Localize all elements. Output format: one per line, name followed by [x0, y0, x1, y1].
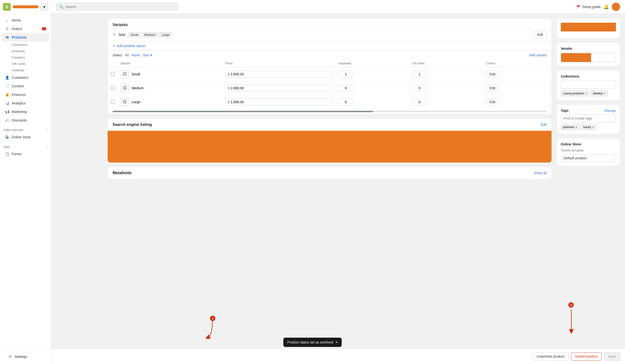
- sidebar-item-analytics[interactable]: 📊 Analytics: [1, 99, 50, 107]
- vendor-input[interactable]: [591, 54, 616, 61]
- sidebar-item-collections[interactable]: Collections: [9, 42, 50, 48]
- available-input[interactable]: [338, 99, 353, 105]
- add-variant-button[interactable]: Add variant: [529, 53, 547, 57]
- available-input[interactable]: [338, 85, 353, 91]
- delete-product-button[interactable]: Delete product: [571, 352, 602, 361]
- row-available-cell: [336, 81, 409, 95]
- sidebar-item-label: Customers: [12, 76, 28, 80]
- sidebar-item-label: Home: [12, 18, 21, 22]
- tag-luxury-remove[interactable]: ×: [592, 125, 594, 129]
- variants-card: Variants ⠿ Size Small Medium Large Edit …: [107, 19, 552, 114]
- collection-tag-luxury-remove[interactable]: ×: [585, 91, 587, 95]
- sidebar-item-settings[interactable]: ⚙ Settings: [4, 353, 47, 361]
- option-tag-large: Large: [159, 32, 172, 37]
- available-input[interactable]: [338, 71, 353, 78]
- avatar-button[interactable]: [612, 3, 620, 11]
- variant-checkbox[interactable]: [111, 86, 115, 90]
- select-none-button[interactable]: None: [132, 53, 140, 57]
- row-on-hand-cell: [409, 95, 483, 109]
- save-button[interactable]: Save: [604, 352, 620, 361]
- unarchive-product-button[interactable]: Unarchive product: [532, 352, 569, 361]
- select-controls: Select All None Size ▾: [113, 53, 152, 57]
- tag-luxury: luxury ×: [581, 124, 596, 130]
- store-selector-button[interactable]: [13, 5, 39, 8]
- variant-edit-button[interactable]: Edit: [486, 71, 499, 78]
- seo-edit-button[interactable]: Edit: [541, 123, 547, 127]
- add-option-button[interactable]: + Add another option: [108, 41, 552, 51]
- sidebar-item-finances[interactable]: 💰 Finances: [1, 90, 50, 99]
- collections-search-input[interactable]: [561, 81, 616, 88]
- variant-image: 🖼: [120, 70, 129, 79]
- setup-guide-button[interactable]: 🚩 Setup guide: [577, 5, 601, 9]
- tags-search-input[interactable]: [561, 114, 616, 122]
- sidebar-item-transfers[interactable]: Transfers: [9, 55, 50, 60]
- tags-title: Tags: [561, 109, 569, 112]
- row-variant-cell: 🖼 Medium: [117, 81, 223, 95]
- size-filter-dropdown[interactable]: Size ▾: [143, 53, 152, 57]
- price-input[interactable]: [230, 72, 249, 76]
- inventory-label: Inventory: [12, 49, 25, 53]
- sidebar-item-gift-cards[interactable]: Gift cards: [9, 61, 50, 67]
- option-tag-small: Small: [128, 32, 141, 37]
- variant-table-toolbar: Select All None Size ▾ Add variant: [108, 51, 552, 59]
- topbar: 🔍 🚩 Setup guide 🔔: [51, 0, 625, 14]
- sidebar-item-label: Products: [12, 35, 27, 39]
- on-hand-input[interactable]: [412, 85, 427, 91]
- online-store-title: Online Store: [561, 142, 616, 146]
- manage-tags-button[interactable]: Manage: [604, 109, 616, 112]
- on-hand-input[interactable]: [412, 99, 427, 105]
- sidebar-item-forms[interactable]: 📋 Forms: [1, 150, 50, 158]
- search-input[interactable]: [65, 5, 175, 9]
- sidebar-item-online-store[interactable]: 🏪 Online Store: [1, 133, 50, 141]
- tag-premium-remove[interactable]: ×: [575, 125, 577, 129]
- sidebar-item-marketing[interactable]: 📢 Marketing: [1, 108, 50, 116]
- sales-channels-expand-icon: ›: [47, 128, 48, 132]
- sidebar-item-customers[interactable]: 👤 Customers: [1, 73, 50, 82]
- select-all-button[interactable]: All: [125, 53, 129, 57]
- row-available-cell: [336, 67, 409, 81]
- collection-tag-jewelry-remove[interactable]: ×: [603, 91, 605, 95]
- variant-checkbox[interactable]: [111, 72, 115, 76]
- orders-badge: 1: [42, 27, 46, 30]
- row-on-hand-cell: [409, 67, 483, 81]
- tag-premium: premium ×: [561, 124, 580, 130]
- sidebar-item-catalogs[interactable]: Catalogs: [9, 67, 50, 73]
- sidebar-item-content[interactable]: 📄 Content: [1, 82, 50, 90]
- size-option-row: ⠿ Size Small Medium Large Edit: [108, 29, 552, 41]
- option-name-size: Size: [119, 33, 125, 37]
- sales-channels-header: Sales channels ›: [0, 126, 51, 133]
- products-subnav: Collections Inventory Transfers Gift car…: [0, 42, 51, 73]
- transfers-label: Transfers: [12, 56, 25, 59]
- on-hand-input[interactable]: [412, 71, 427, 78]
- row-checkbox-cell[interactable]: [108, 95, 117, 109]
- row-variant-cell: 🖼 Small: [117, 67, 223, 81]
- notifications-button[interactable]: 🔔: [603, 4, 609, 9]
- theme-template-select[interactable]: Default product: [561, 154, 616, 162]
- bottom-bar: Unarchive product Delete product Save: [51, 349, 625, 364]
- edit-size-button[interactable]: Edit: [533, 31, 547, 38]
- show-all-button[interactable]: Show all: [534, 171, 547, 175]
- sidebar-item-inventory[interactable]: Inventory: [9, 48, 50, 54]
- settings-label: Settings: [15, 355, 27, 359]
- drag-handle-icon[interactable]: ⠿: [113, 32, 116, 37]
- sidebar-item-discounts[interactable]: 🏷 Discounts: [1, 116, 50, 124]
- sidebar-item-orders[interactable]: ☰ Orders 1: [1, 25, 50, 33]
- sidebar-item-home[interactable]: ⌂ Home: [1, 16, 50, 24]
- row-checkbox-cell[interactable]: [108, 67, 117, 81]
- store-dropdown-button[interactable]: ▼: [40, 3, 48, 10]
- tags-card: Tags Manage premium × luxury ×: [557, 104, 620, 134]
- right-column: Vendor Collections Luxury products × Jew…: [557, 19, 620, 359]
- currency-symbol: $: [228, 100, 230, 104]
- variant-checkbox[interactable]: [111, 100, 115, 104]
- variant-edit-button[interactable]: Edit: [486, 99, 499, 105]
- price-input[interactable]: [230, 100, 249, 104]
- variant-edit-button[interactable]: Edit: [486, 85, 499, 91]
- collections-title: Collections: [561, 74, 616, 78]
- collections-card: Collections Luxury products × Jewelry ×: [557, 70, 620, 101]
- sidebar-item-products[interactable]: 🛍 Products: [1, 33, 50, 41]
- price-input[interactable]: [230, 86, 249, 90]
- row-checkbox-cell[interactable]: [108, 81, 117, 95]
- seo-card-header: Search engine listing Edit: [108, 119, 552, 131]
- toast-close-button[interactable]: ×: [336, 340, 338, 344]
- row-available-cell: [336, 95, 409, 109]
